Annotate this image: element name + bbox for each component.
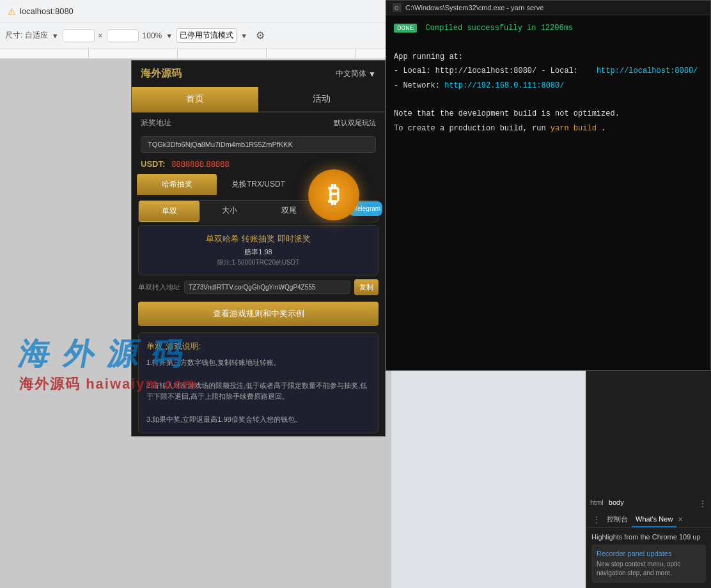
whatsnew-title: Highlights from the Chrome 109 up	[591, 533, 706, 541]
usdt-label: USDT:	[141, 159, 165, 169]
site-lang-selector[interactable]: 中文简体 ▼	[336, 68, 376, 79]
btc-area: ₿	[283, 150, 385, 240]
cmd-icon: C:	[393, 3, 402, 12]
transfer-label: 单双转入地址	[138, 282, 180, 292]
bet-odd-even[interactable]: 单双	[139, 201, 199, 222]
cmd-line-build: To create a production build, run yarn b…	[394, 122, 703, 135]
rules-button[interactable]: 查看游戏规则和中奖示例	[138, 302, 379, 326]
breadcrumb-dots[interactable]: ⋮	[698, 499, 707, 509]
done-badge: DONE	[394, 24, 417, 33]
site-header: 海外源码 中文简体 ▼	[132, 61, 385, 87]
desc-box: 单双 游戏说明: 1.打开第三方数字钱包,复制转账地址转账。 2.请转入对应游戏…	[138, 332, 379, 433]
default-mode: 默认双尾玩法	[334, 118, 376, 128]
bet-big-small[interactable]: 大小	[199, 201, 259, 222]
whatsnew-card: Recorder panel updates New step context …	[591, 545, 706, 583]
throttle-mode[interactable]: 已停用节流模式	[176, 28, 237, 43]
desc-item2: 2.请转入对应游戏场的限额投注,低于或者高于限定数量不能参与抽奖,低于下限不退回…	[146, 380, 370, 403]
game-card-limit: 限注:1-50000TRC20的USDT	[146, 258, 370, 267]
bottom-dots-icon[interactable]: ⋮	[590, 514, 603, 525]
site-title: 海外源码	[141, 67, 182, 81]
x-separator: ×	[98, 31, 103, 40]
preview-area: 海外源码 中文简体 ▼ 首页 活动 派奖地址 默认双尾玩法 TQGk3Dfo6N…	[0, 59, 391, 588]
cmd-line-blank2	[394, 93, 703, 106]
cmd-line-blank1	[394, 36, 703, 49]
cmd-titlebar: C: C:\Windows\System32\cmd.exe - yarn se…	[386, 1, 710, 15]
desc-item3: 3.如果中奖,立即返最高1.98倍奖金转入您的钱包。	[146, 414, 370, 426]
console-bottom-tab[interactable]: 控制台	[603, 511, 632, 527]
warning-icon: ⚠	[8, 6, 16, 17]
main-area: 海外源码 中文简体 ▼ 首页 活动 派奖地址 默认双尾玩法 TQGk3Dfo6N…	[0, 59, 711, 588]
cmd-body: DONE Compiled successfully in 12206ms Ap…	[386, 15, 710, 143]
whatsnew-card-title[interactable]: Recorder panel updates	[597, 550, 701, 557]
cmd-terminal: C: C:\Windows\System32\cmd.exe - yarn se…	[386, 0, 711, 371]
done-line: DONE Compiled successfully in 12206ms	[394, 22, 703, 35]
cmd-line-network: - Network: http://192.168.0.111:8080/	[394, 79, 703, 92]
usdt-value: 8888888.88888	[171, 159, 229, 169]
html-body-tabs: html body ⋮	[586, 496, 711, 511]
desc-item1: 1.打开第三方数字钱包,复制转账地址转账。	[146, 357, 370, 369]
height-input[interactable]: 780	[107, 29, 139, 42]
transfer-address: TZ73VndIRTTV.corQgGhQgYmWQgP4Z555	[184, 281, 350, 294]
bottom-panel-tabs: ⋮ 控制台 What's New ✕	[586, 511, 711, 528]
tab-hash-lottery[interactable]: 哈希抽奖	[137, 174, 217, 195]
close-tab-icon[interactable]: ✕	[678, 516, 683, 523]
whatsnew-card-text: New step context menu, optic navigation …	[597, 560, 701, 578]
desc-title: 单双 游戏说明:	[146, 341, 370, 352]
cmd-line-running: App running at:	[394, 50, 703, 63]
cmd-line-note: Note that the development build is not o…	[394, 107, 703, 120]
nav-activity[interactable]: 活动	[258, 87, 385, 112]
btc-icon: ₿	[308, 169, 359, 220]
body-tab[interactable]: body	[609, 499, 624, 509]
whatsnew-tab[interactable]: What's New	[632, 512, 676, 527]
settings-icon[interactable]: ⚙	[251, 27, 269, 45]
width-input[interactable]: 396	[63, 29, 95, 42]
payout-label: 派奖地址	[141, 118, 171, 128]
nav-home[interactable]: 首页	[132, 87, 258, 112]
cmd-line-local: - Local: http://localhost:8080/ - Local:…	[394, 65, 703, 77]
html-tab[interactable]: html	[590, 499, 604, 509]
size-label: 尺寸: 自适应	[5, 30, 48, 41]
cmd-title: C:\Windows\System32\cmd.exe - yarn serve	[405, 4, 543, 12]
whatsnew-panel: Highlights from the Chrome 109 up Record…	[586, 528, 711, 588]
copy-button[interactable]: 复制	[354, 279, 379, 295]
site-preview: 海外源码 中文简体 ▼ 首页 活动 派奖地址 默认双尾玩法 TQGk3Dfo6N…	[131, 60, 386, 437]
site-info-row: 派奖地址 默认双尾玩法	[132, 112, 385, 134]
devtools-bottom-area: html body ⋮ ⋮ 控制台 What's New ✕ Highlight…	[586, 496, 711, 588]
site-nav: 首页 活动	[132, 87, 385, 112]
game-card-odds: 赔率1.98	[146, 247, 370, 257]
browser-url: localhost:8080	[20, 6, 74, 16]
transfer-row: 单双转入地址 TZ73VndIRTTV.corQgGhQgYmWQgP4Z555…	[138, 279, 379, 295]
zoom-label: 100%	[143, 31, 162, 40]
